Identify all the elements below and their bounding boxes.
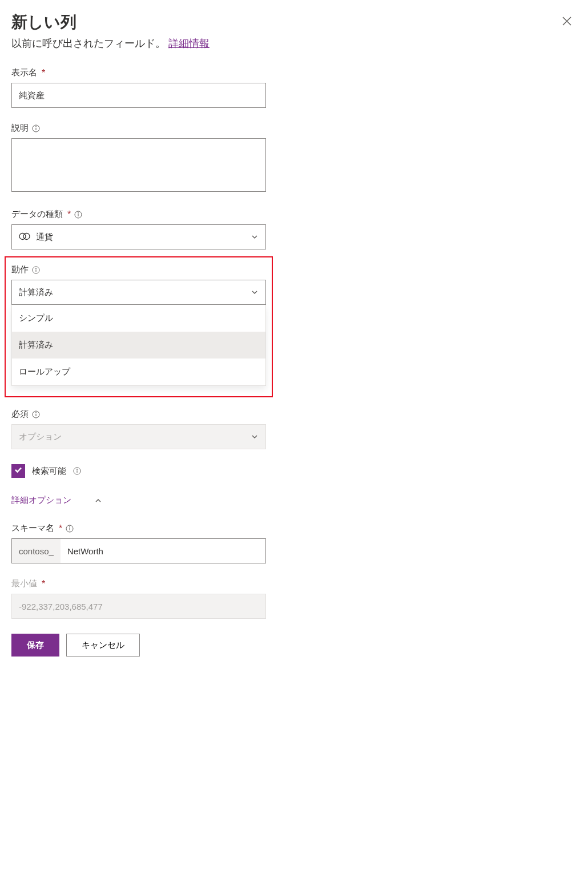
data-type-value: 通貨 <box>36 232 53 243</box>
info-icon <box>74 211 82 219</box>
chevron-down-icon <box>251 233 259 241</box>
required-select: オプション <box>11 424 266 449</box>
cancel-button[interactable]: キャンセル <box>66 634 140 657</box>
more-info-link[interactable]: 詳細情報 <box>168 38 210 49</box>
close-icon <box>562 16 572 29</box>
schema-name-label: スキーマ名 <box>11 523 54 534</box>
info-icon <box>32 266 40 274</box>
behavior-highlight: 動作 計算済み シンプル 計算済み ロールアップ <box>5 256 273 397</box>
required-asterisk: * <box>67 210 71 220</box>
svg-point-2 <box>36 126 37 127</box>
searchable-label: 検索可能 <box>32 466 66 477</box>
check-icon <box>14 465 23 477</box>
schema-name-input[interactable] <box>61 538 266 563</box>
required-label: 必須 <box>11 409 29 420</box>
info-icon <box>73 467 81 475</box>
svg-point-13 <box>36 412 37 413</box>
save-button[interactable]: 保存 <box>11 634 59 657</box>
panel-title: 新しい列 <box>11 11 210 33</box>
svg-point-16 <box>77 469 78 470</box>
chevron-down-icon <box>251 433 259 441</box>
data-type-label: データの種類 <box>11 209 63 220</box>
behavior-option-simple[interactable]: シンプル <box>12 305 265 332</box>
info-icon <box>32 410 40 418</box>
close-button[interactable] <box>557 11 577 34</box>
display-name-label: 表示名 <box>11 67 37 78</box>
behavior-select[interactable]: 計算済み <box>11 280 266 305</box>
description-label: 説明 <box>11 123 29 134</box>
svg-point-7 <box>23 233 30 239</box>
svg-point-10 <box>36 268 37 268</box>
description-input[interactable] <box>11 138 266 192</box>
min-value-text: -922,337,203,685,477 <box>19 602 103 611</box>
required-asterisk: * <box>42 579 45 589</box>
data-type-select[interactable]: 通貨 <box>11 224 266 249</box>
display-name-input[interactable] <box>11 83 266 108</box>
advanced-options-label: 詳細オプション <box>11 495 71 506</box>
behavior-dropdown: シンプル 計算済み ロールアップ <box>11 305 266 386</box>
panel-subtitle: 以前に呼び出されたフィールド。 <box>11 38 166 49</box>
svg-point-19 <box>70 526 70 527</box>
chevron-up-icon <box>94 497 102 505</box>
chevron-down-icon <box>251 288 259 296</box>
svg-point-5 <box>78 212 79 213</box>
required-asterisk: * <box>59 523 62 534</box>
min-value-input: -922,337,203,685,477 <box>11 594 266 619</box>
behavior-option-calculated[interactable]: 計算済み <box>12 332 265 359</box>
required-value: オプション <box>19 432 62 442</box>
currency-icon <box>19 231 30 244</box>
schema-prefix: contoso_ <box>11 538 61 563</box>
behavior-label: 動作 <box>11 264 29 275</box>
min-value-label: 最小値 <box>11 578 37 589</box>
behavior-option-rollup[interactable]: ロールアップ <box>12 359 265 385</box>
searchable-checkbox[interactable] <box>11 464 25 478</box>
required-asterisk: * <box>42 68 45 78</box>
info-icon <box>66 525 74 533</box>
advanced-options-toggle[interactable]: 詳細オプション <box>11 495 266 506</box>
info-icon <box>32 124 40 132</box>
behavior-value: 計算済み <box>19 287 53 298</box>
